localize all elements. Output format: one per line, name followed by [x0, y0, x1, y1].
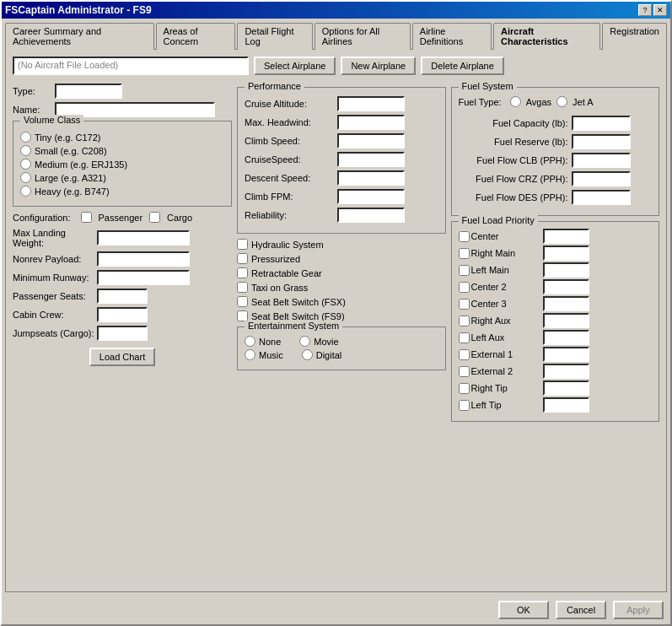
ok-button[interactable]: OK: [498, 601, 549, 619]
passenger-seats-row: Passenger Seats:: [13, 289, 232, 304]
fuel-left-main-checkbox[interactable]: [459, 265, 470, 276]
fuel-center-row: Center: [459, 229, 653, 244]
fuel-right-aux-input[interactable]: [543, 313, 589, 328]
ent-none-row: None: [245, 336, 281, 347]
nonrev-payload-row: Nonrev Payload:: [13, 251, 232, 267]
help-button[interactable]: ?: [638, 4, 652, 16]
type-input[interactable]: [55, 84, 122, 99]
passenger-seats-input[interactable]: [97, 289, 148, 304]
volume-large-row: Large (e.g. A321): [20, 172, 224, 183]
fuel-center-input[interactable]: [543, 229, 589, 244]
climb-speed-input[interactable]: [337, 133, 405, 148]
fuel-left-tip-input[interactable]: [543, 397, 589, 413]
cruise-alt-row: Cruise Altitude:: [245, 96, 438, 111]
volume-medium-radio[interactable]: [20, 159, 31, 170]
apply-button[interactable]: Apply: [613, 601, 664, 619]
max-headwind-input[interactable]: [337, 115, 405, 130]
cancel-button[interactable]: Cancel: [556, 601, 606, 619]
ent-movie-radio[interactable]: [299, 336, 310, 347]
cargo-checkbox[interactable]: [149, 212, 160, 223]
fuel-flow-des-input[interactable]: [572, 190, 631, 205]
bottom-buttons: OK Cancel Apply: [2, 596, 670, 624]
passenger-checkbox[interactable]: [81, 212, 92, 223]
pressurized-row: Pressurized: [237, 253, 446, 264]
climb-fpm-input[interactable]: [337, 189, 405, 204]
fuel-center3-checkbox[interactable]: [459, 299, 470, 310]
fuel-center2-input[interactable]: [543, 279, 589, 294]
seat-belt-fs9-label: Seat Belt Switch (FS9): [251, 311, 345, 321]
ent-none-radio[interactable]: [245, 336, 255, 347]
seat-belt-fsx-checkbox[interactable]: [237, 296, 248, 307]
minimum-runway-row: Minimum Runway:: [13, 270, 232, 285]
fuel-flow-clb-label: Fuel Flow CLB (PPH):: [459, 155, 568, 165]
pressurized-checkbox[interactable]: [237, 253, 248, 264]
fuel-left-aux-label: Left Aux: [471, 332, 543, 343]
fuel-ext1-checkbox[interactable]: [459, 349, 470, 360]
fuel-center-label: Center: [471, 231, 543, 241]
ent-none-label: None: [259, 337, 281, 347]
fuel-flow-clb-input[interactable]: [572, 153, 631, 168]
fuel-right-aux-checkbox[interactable]: [459, 316, 470, 326]
reliability-input[interactable]: [337, 208, 405, 223]
taxi-on-grass-checkbox[interactable]: [237, 282, 248, 293]
nonrev-payload-label: Nonrev Payload:: [13, 254, 97, 264]
tab-detail-flight-log[interactable]: Detail Flight Log: [237, 23, 312, 50]
climb-speed-label: Climb Speed:: [245, 136, 337, 146]
max-landing-weight-input[interactable]: [97, 230, 190, 246]
fuel-flow-crz-input[interactable]: [572, 171, 631, 186]
fuel-left-main-input[interactable]: [543, 262, 589, 278]
load-chart-button[interactable]: Load Chart: [89, 348, 155, 366]
jeta-radio[interactable]: [556, 96, 567, 107]
ent-music-radio[interactable]: [245, 349, 255, 360]
cruise-speed-input[interactable]: [337, 152, 405, 167]
fuel-center-checkbox[interactable]: [459, 231, 470, 242]
fuel-left-aux-checkbox[interactable]: [459, 332, 470, 343]
close-button[interactable]: ✕: [653, 4, 667, 16]
fuel-right-tip-input[interactable]: [543, 380, 589, 396]
fuel-right-main-checkbox[interactable]: [459, 248, 470, 259]
fuel-ext2-checkbox[interactable]: [459, 366, 470, 377]
fuel-ext1-input[interactable]: [543, 347, 589, 362]
fuel-reserve-input[interactable]: [572, 134, 631, 149]
minimum-runway-input[interactable]: [97, 270, 190, 285]
fuel-right-main-label: Right Main: [471, 248, 543, 258]
tab-aircraft-char[interactable]: Aircraft Characteristics: [493, 23, 600, 50]
volume-tiny-radio[interactable]: [20, 132, 31, 143]
tab-career[interactable]: Career Summary and Achievements: [5, 23, 154, 50]
ent-music-label: Music: [259, 350, 283, 360]
tab-options[interactable]: Options for All Airlines: [314, 23, 411, 50]
max-headwind-row: Max. Headwind:: [245, 115, 438, 130]
cabin-crew-input[interactable]: [97, 307, 148, 322]
performance-legend: Performance: [245, 81, 304, 91]
jumpseats-input[interactable]: [97, 326, 148, 341]
avgas-radio[interactable]: [510, 96, 521, 107]
nonrev-payload-input[interactable]: [97, 251, 190, 267]
toolbar-row: (No Aircraft File Loaded) Select Airplan…: [13, 57, 659, 75]
fuel-left-tip-checkbox[interactable]: [459, 400, 470, 411]
fuel-center3-input[interactable]: [543, 296, 589, 311]
fuel-ext2-input[interactable]: [543, 364, 589, 379]
delete-airplane-button[interactable]: Delete Airplane: [421, 57, 504, 75]
fuel-left-main-row: Left Main: [459, 262, 653, 278]
descent-speed-input[interactable]: [337, 170, 405, 186]
tab-areas[interactable]: Areas of Concern: [156, 23, 236, 50]
volume-small-radio[interactable]: [20, 145, 31, 156]
select-airplane-button[interactable]: Select Airplane: [254, 57, 336, 75]
hydraulic-row: Hydraulic System: [237, 239, 446, 250]
hydraulic-checkbox[interactable]: [237, 239, 248, 250]
volume-class-group: Volume Class Tiny (e.g. C172) Small (e.g…: [13, 121, 232, 207]
fuel-capacity-input[interactable]: [572, 116, 631, 131]
tab-registration[interactable]: Registration: [602, 23, 667, 50]
new-airplane-button[interactable]: New Airplane: [341, 57, 416, 75]
fuel-left-aux-input[interactable]: [543, 330, 589, 345]
volume-heavy-radio[interactable]: [20, 186, 31, 197]
max-landing-weight-row: Max Landing Weight:: [13, 228, 232, 248]
ent-digital-radio[interactable]: [302, 349, 313, 360]
volume-large-radio[interactable]: [20, 172, 31, 183]
retractable-gear-checkbox[interactable]: [237, 267, 248, 278]
tab-airline-def[interactable]: Airline Definitions: [412, 23, 492, 50]
cruise-alt-input[interactable]: [337, 96, 405, 111]
fuel-center2-checkbox[interactable]: [459, 282, 470, 293]
fuel-right-main-input[interactable]: [543, 246, 589, 261]
fuel-right-tip-checkbox[interactable]: [459, 383, 470, 394]
